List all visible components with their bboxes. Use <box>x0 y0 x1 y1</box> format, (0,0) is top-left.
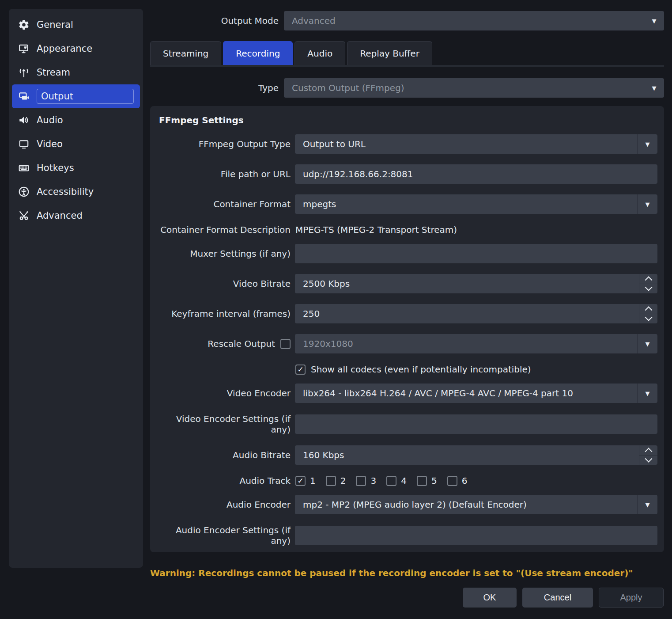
audio-track-4-checkbox[interactable] <box>386 476 396 486</box>
container-format-row: Container Format mpegts <box>159 194 657 214</box>
dialog-buttons: OK Cancel Apply <box>463 588 664 608</box>
spin-up-icon[interactable] <box>639 445 657 455</box>
audio-track-2-label: 2 <box>340 475 346 486</box>
output-mode-label: Output Mode <box>150 15 284 26</box>
audio-encoder-settings-input[interactable] <box>295 526 657 545</box>
file-path-input[interactable]: udp://192.168.66.2:8081 <box>295 164 657 184</box>
audio-track-3-checkbox[interactable] <box>356 476 366 486</box>
tab-recording[interactable]: Recording <box>223 41 293 65</box>
audio-track-3: 3 <box>356 475 376 486</box>
video-encoder-settings-row: Video Encoder Settings (if any) <box>159 414 657 435</box>
apply-button[interactable]: Apply <box>599 588 664 608</box>
video-encoder-dropdown[interactable]: libx264 - libx264 H.264 / AVC / MPEG-4 A… <box>295 384 657 403</box>
audio-track-3-label: 3 <box>370 475 376 486</box>
audio-bitrate-row: Audio Bitrate 160 Kbps <box>159 445 657 465</box>
keyframe-interval-spinner[interactable]: 250 <box>295 304 657 323</box>
panel-title: FFmpeg Settings <box>159 115 657 125</box>
rescale-output-checkbox[interactable] <box>280 339 291 349</box>
video-encoder-label: Video Encoder <box>159 388 295 399</box>
sidebar-item-label: Stream <box>37 67 70 78</box>
audio-track-5-checkbox[interactable] <box>417 476 427 486</box>
type-dropdown[interactable]: Custom Output (FFmpeg) <box>284 78 664 98</box>
antenna-icon <box>18 66 30 79</box>
sidebar-item-label: Output <box>37 89 134 104</box>
output-mode-value: Advanced <box>284 15 644 26</box>
rescale-output-dropdown[interactable]: 1920x1080 <box>295 334 657 353</box>
audio-track-2-checkbox[interactable] <box>326 476 336 486</box>
sidebar-item-audio[interactable]: Audio <box>12 108 140 132</box>
ok-button[interactable]: OK <box>463 588 517 608</box>
settings-sidebar: General Appearance Stream Output Audio V… <box>9 9 143 568</box>
output-icon <box>18 90 30 103</box>
audio-bitrate-value: 160 Kbps <box>295 445 639 465</box>
type-row: Type Custom Output (FFmpeg) <box>150 78 664 98</box>
container-format-label: Container Format <box>159 199 295 209</box>
show-all-codecs-checkbox[interactable] <box>295 365 306 375</box>
chevron-down-icon <box>644 78 664 98</box>
show-all-codecs-row: Show all codecs (even if potentially inc… <box>159 364 657 375</box>
ffmpeg-output-type-value: Output to URL <box>295 139 637 149</box>
audio-track-1-label: 1 <box>310 475 316 486</box>
tab-audio[interactable]: Audio <box>294 41 345 65</box>
sidebar-item-hotkeys[interactable]: Hotkeys <box>12 156 140 180</box>
output-mode-row: Output Mode Advanced <box>150 11 664 30</box>
audio-encoder-dropdown[interactable]: mp2 - MP2 (MPEG audio layer 2) (Default … <box>295 495 657 514</box>
muxer-settings-label: Muxer Settings (if any) <box>159 248 295 259</box>
cancel-button[interactable]: Cancel <box>522 588 593 608</box>
video-bitrate-spinner[interactable]: 2500 Kbps <box>295 274 657 293</box>
audio-encoder-label: Audio Encoder <box>159 499 295 510</box>
monitor-icon <box>18 138 30 150</box>
video-encoder-settings-label: Video Encoder Settings (if any) <box>159 414 295 435</box>
spin-down-icon[interactable] <box>639 284 657 294</box>
tab-streaming[interactable]: Streaming <box>150 41 221 65</box>
ffmpeg-output-type-label: FFmpeg Output Type <box>159 139 295 149</box>
file-path-label: File path or URL <box>159 169 295 179</box>
audio-encoder-settings-row: Audio Encoder Settings (if any) <box>159 525 657 546</box>
tab-replay-buffer[interactable]: Replay Buffer <box>347 41 432 65</box>
sidebar-item-label: Advanced <box>37 210 83 221</box>
keyboard-icon <box>18 162 30 174</box>
sidebar-item-video[interactable]: Video <box>12 132 140 156</box>
spin-down-icon[interactable] <box>639 455 657 465</box>
sidebar-item-label: General <box>37 19 73 30</box>
keyframe-interval-label: Keyframe interval (frames) <box>159 308 295 319</box>
warning-text: Warning: Recordings cannot be paused if … <box>150 568 633 578</box>
container-format-desc-row: Container Format Description MPEG-TS (MP… <box>159 224 657 235</box>
sidebar-item-accessibility[interactable]: Accessibility <box>12 180 140 204</box>
container-format-desc-value: MPEG-TS (MPEG-2 Transport Stream) <box>295 224 657 235</box>
chevron-down-icon <box>637 384 657 403</box>
ffmpeg-output-type-dropdown[interactable]: Output to URL <box>295 134 657 154</box>
chevron-down-icon <box>637 194 657 214</box>
keyframe-interval-row: Keyframe interval (frames) 250 <box>159 304 657 323</box>
audio-encoder-settings-label: Audio Encoder Settings (if any) <box>159 525 295 546</box>
audio-track-1-checkbox[interactable] <box>295 476 306 486</box>
video-encoder-value: libx264 - libx264 H.264 / AVC / MPEG-4 A… <box>295 388 637 399</box>
ffmpeg-settings-panel: FFmpeg Settings FFmpeg Output Type Outpu… <box>150 106 664 552</box>
sidebar-item-advanced[interactable]: Advanced <box>12 204 140 228</box>
spin-down-icon[interactable] <box>639 314 657 324</box>
rescale-output-value: 1920x1080 <box>295 338 637 349</box>
gear-icon <box>18 19 30 31</box>
audio-track-6-checkbox[interactable] <box>447 476 457 486</box>
sidebar-item-appearance[interactable]: Appearance <box>12 37 140 61</box>
rescale-output-label-group: Rescale Output <box>159 338 295 349</box>
show-all-codecs-label: Show all codecs (even if potentially inc… <box>311 364 531 375</box>
audio-track-6-label: 6 <box>462 475 468 486</box>
sidebar-item-general[interactable]: General <box>12 13 140 37</box>
audio-bitrate-spinner[interactable]: 160 Kbps <box>295 445 657 465</box>
type-value: Custom Output (FFmpeg) <box>284 83 644 93</box>
container-format-desc-label: Container Format Description <box>159 224 295 235</box>
muxer-settings-input[interactable] <box>295 244 657 263</box>
sidebar-item-output[interactable]: Output <box>12 84 140 108</box>
sidebar-item-label: Hotkeys <box>37 163 74 173</box>
video-encoder-settings-input[interactable] <box>295 414 657 434</box>
audio-track-row: Audio Track 1 2 3 4 5 <box>159 475 657 486</box>
spin-up-icon[interactable] <box>639 274 657 284</box>
sidebar-item-stream[interactable]: Stream <box>12 61 140 84</box>
speaker-icon <box>18 114 30 126</box>
rescale-output-label: Rescale Output <box>208 338 275 349</box>
sidebar-item-label: Accessibility <box>37 186 94 197</box>
output-mode-dropdown[interactable]: Advanced <box>284 11 664 30</box>
spin-up-icon[interactable] <box>639 304 657 314</box>
container-format-dropdown[interactable]: mpegts <box>295 194 657 214</box>
